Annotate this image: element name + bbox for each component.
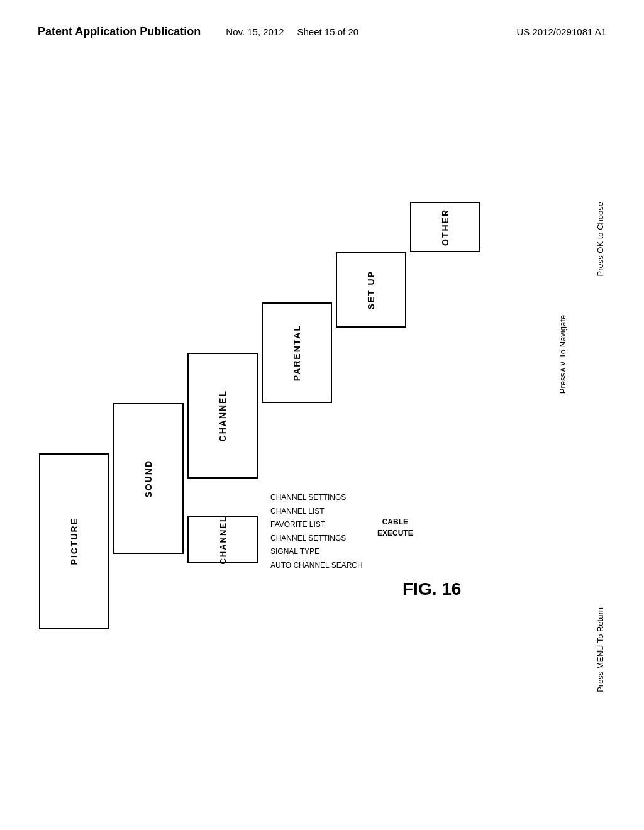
diagram-area: PICTURE SOUND CHANNEL PARENTAL SET UP OT… [0, 51, 644, 805]
submenu-item-3[interactable]: FAVORITE LIST [270, 518, 363, 532]
submenu-item-4[interactable]: CHANNEL SETTINGS [270, 532, 363, 546]
submenu-channel-label: CHANNEL [218, 516, 228, 565]
instruction-return: Press MENU To Return [596, 607, 605, 692]
publication-title: Patent Application Publication [38, 25, 201, 38]
submenu-item-5[interactable]: SIGNAL TYPE [270, 545, 363, 559]
instruction-choose: Press OK to Choose [596, 202, 605, 277]
menu-box-channel[interactable]: CHANNEL [187, 353, 258, 479]
publication-date: Nov. 15, 2012 Sheet 15 of 20 [226, 26, 358, 37]
menu-box-other[interactable]: OTHER [410, 202, 480, 252]
submenu-list: CHANNEL SETTINGS CHANNEL LIST FAVORITE L… [270, 491, 363, 573]
submenu-item-6[interactable]: AUTO CHANNEL SEARCH [270, 559, 363, 573]
submenu-item-2[interactable]: CHANNEL LIST [270, 505, 363, 519]
menu-label-channel: CHANNEL [218, 390, 228, 441]
menu-box-sound[interactable]: SOUND [113, 403, 184, 554]
cable-execute-label: CABLE EXECUTE [377, 516, 413, 539]
menu-box-parental[interactable]: PARENTAL [262, 302, 332, 403]
menu-label-picture: PICTURE [69, 517, 79, 565]
instruction-navigate: Press∧∨ To Navigate [558, 315, 567, 394]
submenu-item-1[interactable]: CHANNEL SETTINGS [270, 491, 363, 505]
page-header: Patent Application Publication Nov. 15, … [0, 0, 644, 51]
submenu-channel-box[interactable]: CHANNEL [187, 516, 258, 563]
patent-number: US 2012/0291081 A1 [516, 26, 606, 37]
menu-label-other: OTHER [440, 209, 450, 246]
menu-box-setup[interactable]: SET UP [336, 252, 406, 328]
menu-label-setup: SET UP [366, 270, 376, 310]
menu-label-sound: SOUND [143, 460, 153, 498]
menu-label-parental: PARENTAL [292, 324, 302, 381]
figure-label: FIG. 16 [402, 579, 461, 599]
menu-box-picture[interactable]: PICTURE [39, 453, 109, 629]
